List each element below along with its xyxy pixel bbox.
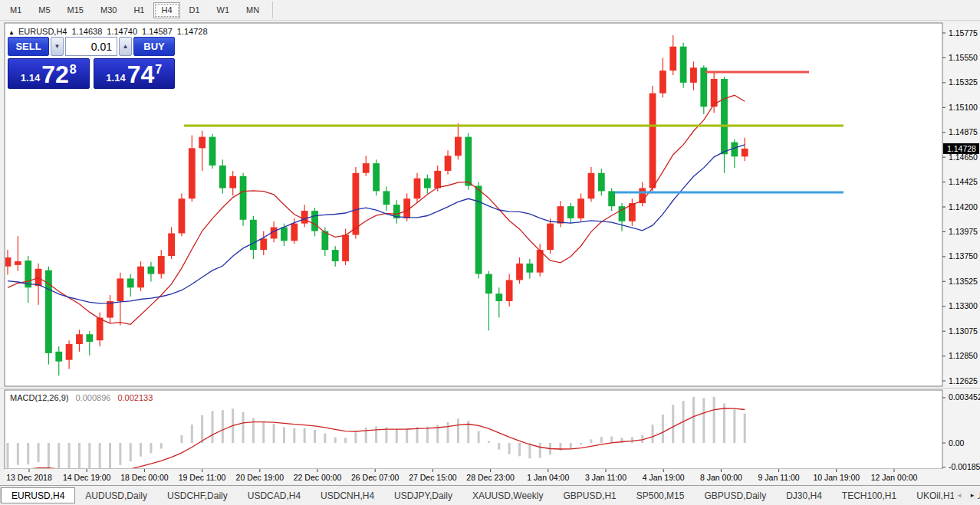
timeframe-button-h4[interactable]: H4 [153,2,179,18]
svg-text:1.13300: 1.13300 [949,301,978,310]
buy-button[interactable]: BUY [133,37,175,56]
svg-text:-0.001851: -0.001851 [949,462,980,471]
buy-price-point: 7 [155,63,162,77]
macd-signal-value: 0.002133 [117,393,153,402]
chart-area: 1.157751.155501.153251.151001.148751.146… [0,21,980,485]
symbol-tab-tech100-h1[interactable]: TECH100,H1 [832,487,906,503]
svg-text:10 Jan 19:00: 10 Jan 19:00 [813,473,860,482]
symbol-tab-xauusd-weekly[interactable]: XAUUSD,Weekly [462,487,553,503]
timeframe-button-w1[interactable]: W1 [209,2,238,18]
volume-decrease-button[interactable]: ▼ [51,37,64,56]
symbol-tab-gbpusd-daily[interactable]: GBPUSD,Daily [694,487,776,503]
macd-name: MACD(12,26,9) [10,393,68,402]
timeframe-toolbar: M1M5M15M30H1H4D1W1MN [0,0,980,21]
symbol-tab-sp500-m15[interactable]: SP500,M15 [626,487,695,503]
volume-input[interactable] [65,37,117,56]
svg-text:13 Dec 2018: 13 Dec 2018 [6,473,52,482]
svg-text:14 Dec 19:00: 14 Dec 19:00 [63,473,111,482]
svg-text:0.003452: 0.003452 [949,392,980,402]
sell-price-point: 8 [70,63,77,77]
svg-text:26 Dec 07:00: 26 Dec 07:00 [351,473,400,482]
symbol-tab-eurusd-h4[interactable]: EURUSD,H4 [1,487,75,503]
svg-text:1.15325: 1.15325 [949,77,978,87]
svg-text:20 Dec 19:00: 20 Dec 19:00 [236,473,284,482]
symbol-tab-dj30-h4[interactable]: DJ30,H4 [776,487,832,503]
symbol-tab-bar: EURUSD,H4AUDUSD,DailyUSDCHF,DailyUSDCAD,… [0,485,980,505]
svg-text:1.15550: 1.15550 [949,53,978,62]
chart-title: ▲EURUSD,H41.146381.147401.145871.14728 [8,27,208,36]
svg-text:22 Dec 00:00: 22 Dec 00:00 [294,473,342,482]
tab-scroll-buttons: ◂▸ [954,490,978,500]
timeframe-button-m30[interactable]: M30 [93,2,124,18]
tab-scroll-left-icon[interactable]: ◂ [954,490,965,500]
svg-text:1.15100: 1.15100 [949,103,978,112]
price-chart: 1.157751.155501.153251.151001.148751.146… [0,21,980,485]
collapse-panel-icon[interactable]: ▲ [8,29,15,36]
sell-price-prefix: 1.14 [21,72,40,84]
one-click-trading-panel: SELL ▼ ▲ BUY 1.14 72 8 1.14 74 7 [8,37,175,89]
ohlc-open: 1.14638 [72,27,103,36]
sell-button[interactable]: SELL [8,37,49,56]
timeframe-button-m15[interactable]: M15 [60,2,91,18]
svg-text:1.14425: 1.14425 [949,177,978,186]
svg-text:28 Dec 23:00: 28 Dec 23:00 [466,473,515,482]
svg-text:27 Dec 15:00: 27 Dec 15:00 [409,473,457,482]
svg-text:1.13750: 1.13750 [949,251,978,261]
buy-price-pips: 74 [127,63,155,86]
symbol-tab-audusd-daily[interactable]: AUDUSD,Daily [75,487,157,503]
ohlc-high: 1.14740 [107,27,137,36]
buy-price-box[interactable]: 1.14 74 7 [94,58,176,89]
current-price-tag: 1.14728 [943,143,979,154]
symbol-tab-usdchf-daily[interactable]: USDCHF,Daily [157,487,238,503]
symbol-tab-usdjpy-daily[interactable]: USDJPY,Daily [384,487,462,503]
timeframe-button-m1[interactable]: M1 [2,2,29,18]
svg-text:0.00: 0.00 [949,438,965,448]
svg-text:19 Dec 11:00: 19 Dec 11:00 [179,473,226,482]
svg-text:1.13075: 1.13075 [949,326,978,336]
ohlc-low: 1.14587 [142,27,173,36]
timeframe-button-m5[interactable]: M5 [31,2,58,18]
svg-text:1.15775: 1.15775 [949,28,978,38]
svg-text:1.14875: 1.14875 [949,127,978,136]
symbol-tab-gbpusd-h1[interactable]: GBPUSD,H1 [553,487,626,503]
macd-indicator-label: MACD(12,26,9) 0.000896 0.002133 [10,393,153,402]
svg-text:1.13975: 1.13975 [949,227,978,236]
svg-text:9 Jan 11:00: 9 Jan 11:00 [758,473,800,482]
volume-increase-button[interactable]: ▲ [119,37,132,56]
svg-text:3 Jan 11:00: 3 Jan 11:00 [585,473,626,482]
svg-text:8 Jan 00:00: 8 Jan 00:00 [700,473,742,482]
sell-price-box[interactable]: 1.14 72 8 [8,58,90,89]
ohlc-close: 1.14728 [177,27,208,36]
timeframe-button-mn[interactable]: MN [238,2,267,18]
svg-text:1.12850: 1.12850 [949,351,978,360]
sell-price-pips: 72 [41,63,69,86]
svg-text:1.12625: 1.12625 [949,376,978,385]
timeframe-button-h1[interactable]: H1 [126,2,152,18]
chart-symbol-label: EURUSD,H4 [18,27,67,36]
svg-text:12 Jan 00:00: 12 Jan 00:00 [871,473,918,482]
tab-scroll-right-icon[interactable]: ▸ [967,490,978,500]
buy-price-prefix: 1.14 [106,72,125,84]
timeframe-button-d1[interactable]: D1 [182,2,208,18]
svg-text:18 Dec 00:00: 18 Dec 00:00 [120,473,169,482]
symbol-tab-usdcad-h4[interactable]: USDCAD,H4 [238,487,311,503]
svg-text:1.14728: 1.14728 [947,144,976,153]
svg-text:1 Jan 04:00: 1 Jan 04:00 [527,473,569,482]
symbol-tab-usdcnh-h4[interactable]: USDCNH,H4 [311,487,384,503]
svg-text:4 Jan 19:00: 4 Jan 19:00 [643,473,685,482]
macd-main-value: 0.000896 [75,393,110,402]
toolbar-separator [272,2,273,18]
svg-text:1.14200: 1.14200 [949,202,978,212]
svg-text:1.13525: 1.13525 [949,277,978,286]
